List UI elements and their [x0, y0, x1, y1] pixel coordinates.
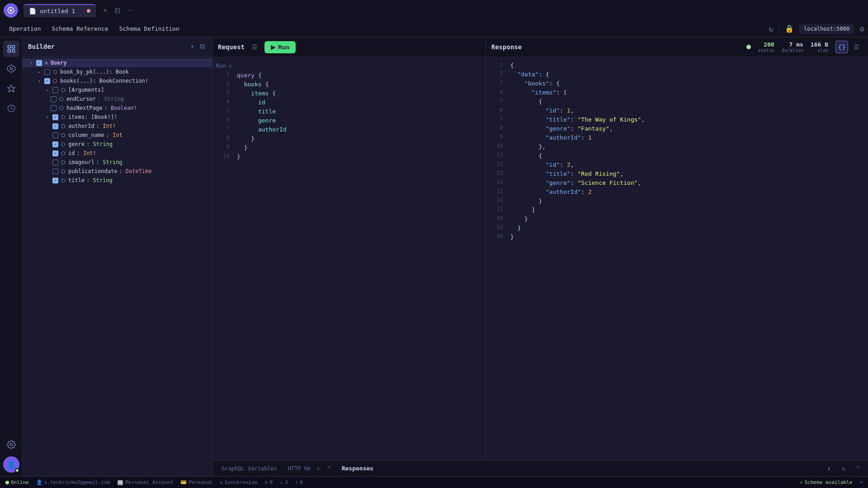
- main-layout: 👤 Builder + ⧉ ≋ Query: [0, 37, 868, 476]
- resp-line-15: 15 "authorId": 2: [486, 188, 868, 197]
- checkbox-hasnextpage[interactable]: [51, 105, 57, 111]
- run-button[interactable]: ▶ Run: [264, 41, 296, 53]
- size-label: size: [817, 48, 828, 53]
- checkbox-arguments[interactable]: [52, 87, 58, 93]
- request-editor[interactable]: Run ▷ 1 query { 2 books { 3 items {: [212, 57, 486, 460]
- checkbox-column-name[interactable]: [52, 132, 58, 138]
- more-button[interactable]: ···: [126, 5, 135, 16]
- tree-item-id[interactable]: ⬡ id: Int!: [23, 149, 212, 158]
- sync-status[interactable]: ↻ Synchronize: [220, 479, 257, 485]
- menu-operation[interactable]: Operation: [4, 23, 46, 34]
- active-tab[interactable]: 📄 untitled 1: [24, 4, 96, 17]
- code-line-8: 8 }: [212, 134, 486, 143]
- checkbox-books[interactable]: [44, 78, 50, 84]
- tree-item-publicationdate[interactable]: ⬡ publicationdate: DateTime: [23, 167, 212, 176]
- checkbox-publicationdate[interactable]: [52, 169, 58, 174]
- menu-bar: Operation Schema Reference Schema Defini…: [0, 21, 868, 37]
- schema-status: ✓ Schema available: [800, 479, 853, 485]
- list-format-icon[interactable]: ☰: [850, 41, 863, 53]
- close-http-tab[interactable]: ✕: [317, 466, 320, 472]
- user-avatar[interactable]: 👤: [3, 456, 19, 473]
- endpoint-badge[interactable]: localhost:5000: [799, 24, 854, 34]
- resp-line-16: 16 }: [486, 197, 868, 206]
- plan-icon: 💳: [180, 479, 187, 485]
- menu-bar-right: ↻ 🔒 localhost:5000 ⚙: [769, 24, 864, 34]
- tree-item-genre[interactable]: ⬡ genre: String: [23, 140, 212, 149]
- sidebar-icon-settings[interactable]: [3, 436, 19, 453]
- tree-item-query[interactable]: ≋ Query: [23, 58, 212, 67]
- code-line-10: 10 }: [212, 152, 486, 161]
- sidebar-bottom: 👤: [3, 436, 19, 473]
- builder-header-actions: + ⧉: [189, 41, 207, 52]
- add-field-button[interactable]: +: [189, 41, 196, 52]
- tab-unsaved-dot: [87, 9, 90, 13]
- resp-line-13: 13 "title": "Red Rising",: [486, 169, 868, 178]
- chevron-arguments: [44, 87, 51, 93]
- resp-line-17: 17 ]: [486, 206, 868, 215]
- format-options-icon[interactable]: ☰: [248, 41, 261, 53]
- checkbox-id[interactable]: [52, 150, 58, 156]
- expand-icon[interactable]: ⌃: [852, 462, 864, 475]
- tab-file-icon: 📄: [29, 8, 36, 14]
- tab-graphql-variables[interactable]: GraphQL Variables: [216, 463, 283, 474]
- run-hint: Run ▷: [212, 61, 486, 71]
- menu-schema-definition[interactable]: Schema Definition: [114, 23, 185, 34]
- chevron-books: [36, 78, 42, 84]
- checkbox-genre[interactable]: [52, 141, 58, 147]
- close-response-icon[interactable]: ✕: [837, 462, 850, 475]
- tree-item-book-by-pk[interactable]: ⬡ book_by_pk(...): Book: [23, 67, 212, 76]
- svg-point-7: [10, 68, 12, 70]
- svg-rect-4: [8, 50, 10, 52]
- app-logo[interactable]: [4, 3, 18, 18]
- svg-point-9: [10, 444, 12, 446]
- tree-item-hasnextpage[interactable]: ⬡ hasNextPage: Boolean!: [23, 103, 212, 113]
- resp-line-19: 19 }: [486, 224, 868, 233]
- code-line-6: 6 genre: [212, 116, 486, 125]
- new-tab-button[interactable]: +: [101, 5, 109, 16]
- sidebar-icon-builder[interactable]: [3, 41, 19, 57]
- request-header-icons: ☰: [248, 41, 261, 53]
- status-code: 200 status: [758, 41, 774, 53]
- tree-item-books[interactable]: ⬡ books(...): BookConnection!: [23, 76, 212, 85]
- tab-http-headers[interactable]: HTTP He ✕: [283, 463, 325, 474]
- tab-actions: + ⊟ ···: [101, 5, 136, 17]
- chevron-query: [28, 60, 34, 66]
- online-status: Online: [5, 479, 29, 485]
- tree-item-title[interactable]: ⬡ title: String: [23, 176, 212, 185]
- svg-rect-2: [8, 46, 10, 48]
- tree-item-items[interactable]: ⬡ items: [Book!]!: [23, 113, 212, 122]
- checkbox-title[interactable]: [52, 178, 58, 183]
- copy-button[interactable]: ⧉: [198, 41, 207, 52]
- user-email: s.tenbrinke2@gmail.com: [44, 479, 110, 485]
- sidebar-icon-ai[interactable]: [3, 80, 19, 97]
- tree-item-endcursor[interactable]: ⬡ endCursor: String: [23, 94, 212, 103]
- tree-item-column-name[interactable]: ⬡ column_name: Int: [23, 131, 212, 140]
- bottom-tabs-right: ⬆ ✕ ⌃: [823, 462, 864, 475]
- svg-rect-5: [12, 50, 14, 52]
- export-icon[interactable]: ⬆: [823, 462, 835, 475]
- json-format-icon[interactable]: {}: [835, 41, 848, 53]
- checkbox-query[interactable]: [36, 60, 42, 66]
- resp-line-4: 4 "items": [: [486, 88, 868, 97]
- sidebar-icon-plugins[interactable]: [3, 61, 19, 77]
- menu-schema-reference[interactable]: Schema Reference: [46, 23, 113, 34]
- tree-item-imageurl[interactable]: ⬡ imageurl: String: [23, 158, 212, 167]
- response-editor: 1 { 2 "data": { 3 "books": { 4 "items": [486, 57, 868, 460]
- checkbox-book-by-pk[interactable]: [44, 69, 50, 75]
- tree-item-authorid[interactable]: ⬡ authorId: Int!: [23, 122, 212, 131]
- checkbox-endcursor[interactable]: [51, 96, 57, 102]
- collapse-tabs-icon[interactable]: ⌃: [327, 465, 330, 472]
- checkbox-items[interactable]: [52, 114, 58, 120]
- checkbox-imageurl[interactable]: [52, 160, 58, 165]
- user-status: 👤 s.tenbrinke2@gmail.com: [36, 479, 110, 485]
- settings-icon[interactable]: ⚙: [859, 24, 864, 33]
- resp-line-7: 7 "title": "The Way of Kings",: [486, 115, 868, 124]
- responses-label: Responses: [342, 465, 373, 472]
- checkbox-authorid[interactable]: [52, 123, 58, 129]
- plan-status: 💳 Personal: [180, 479, 212, 485]
- account-name: Personal Account: [125, 479, 173, 485]
- refresh-icon[interactable]: ↻: [769, 24, 774, 33]
- sidebar-icon-history[interactable]: [3, 100, 19, 117]
- tree-item-arguments[interactable]: ⬡ [Arguments]: [23, 85, 212, 94]
- save-button[interactable]: ⊟: [113, 5, 122, 17]
